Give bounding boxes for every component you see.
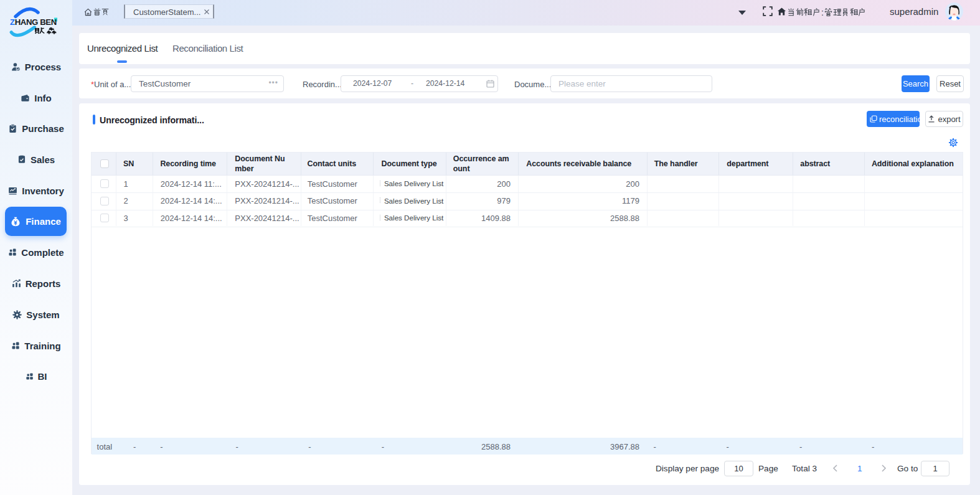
svg-text:ZHANG BEN: ZHANG BEN [10, 17, 57, 27]
